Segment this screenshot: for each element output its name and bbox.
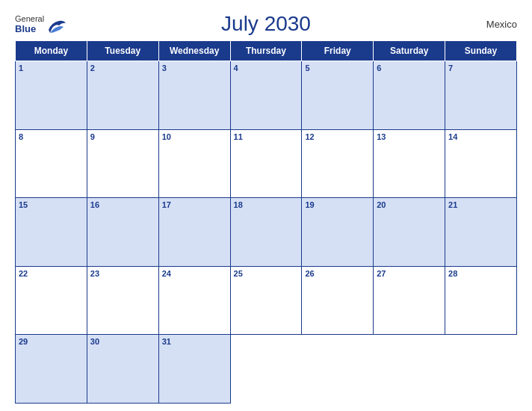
calendar-week-5: 293031 (16, 335, 517, 404)
day-number: 4 (234, 64, 299, 72)
calendar-day: 13 (374, 129, 445, 198)
day-number: 23 (90, 269, 155, 278)
day-number: 1 (19, 64, 84, 72)
calendar-day: 1 (16, 61, 87, 130)
day-number: 26 (305, 269, 370, 278)
calendar-day: 20 (374, 198, 445, 267)
weekday-header-tuesday: Tuesday (87, 41, 158, 61)
weekday-header-wednesday: Wednesday (158, 41, 230, 61)
day-number: 14 (448, 132, 513, 141)
calendar-day: 31 (158, 335, 230, 404)
calendar-day (374, 335, 445, 404)
weekday-header-sunday: Sunday (445, 41, 517, 61)
day-number: 10 (162, 132, 227, 141)
calendar-day: 27 (374, 266, 445, 335)
day-number: 28 (448, 269, 513, 278)
day-number: 21 (448, 200, 513, 209)
calendar-day: 2 (87, 61, 158, 130)
calendar-day (230, 335, 302, 404)
day-number: 27 (377, 269, 442, 278)
calendar-day: 25 (230, 266, 302, 335)
calendar-day: 12 (302, 129, 374, 198)
calendar-day: 30 (87, 335, 158, 404)
calendar-day: 11 (230, 129, 302, 198)
weekday-header-monday: Monday (16, 41, 87, 61)
day-number: 9 (90, 132, 155, 141)
calendar-day: 10 (158, 129, 230, 198)
logo-blue: Blue (15, 23, 44, 34)
country-label: Mexico (486, 19, 517, 30)
calendar-day: 6 (374, 61, 445, 130)
day-number: 18 (234, 200, 299, 209)
calendar-week-4: 22232425262728 (16, 266, 517, 335)
calendar-day: 19 (302, 198, 374, 267)
day-number: 30 (90, 337, 155, 346)
day-number: 15 (19, 200, 84, 209)
calendar-day: 15 (16, 198, 87, 267)
calendar-header: General Blue July 2030 Mexico (15, 12, 517, 36)
weekday-header-row: MondayTuesdayWednesdayThursdayFridaySatu… (16, 41, 517, 61)
day-number: 7 (448, 64, 513, 72)
day-number: 16 (90, 200, 155, 209)
calendar-day: 22 (16, 266, 87, 335)
calendar-day: 24 (158, 266, 230, 335)
day-number: 20 (377, 200, 442, 209)
calendar-day (302, 335, 374, 404)
calendar-week-1: 1234567 (16, 61, 517, 130)
calendar-week-2: 891011121314 (16, 129, 517, 198)
weekday-header-saturday: Saturday (374, 41, 445, 61)
calendar-day: 28 (445, 266, 517, 335)
day-number: 11 (234, 132, 299, 141)
calendar-day: 4 (230, 61, 302, 130)
day-number: 13 (377, 132, 442, 141)
calendar-day: 5 (302, 61, 374, 130)
day-number: 17 (162, 200, 227, 209)
month-title: July 2030 (221, 12, 311, 36)
calendar-table: MondayTuesdayWednesdayThursdayFridaySatu… (15, 40, 517, 404)
day-number: 2 (90, 64, 155, 72)
calendar-day: 29 (16, 335, 87, 404)
logo-general: General (15, 14, 44, 23)
calendar-day: 9 (87, 129, 158, 198)
calendar-day: 16 (87, 198, 158, 267)
day-number: 6 (377, 64, 442, 72)
day-number: 3 (162, 64, 227, 72)
calendar-day (445, 335, 517, 404)
calendar-day: 21 (445, 198, 517, 267)
day-number: 5 (305, 64, 370, 72)
calendar-day: 18 (230, 198, 302, 267)
day-number: 12 (305, 132, 370, 141)
day-number: 24 (162, 269, 227, 278)
day-number: 31 (162, 337, 227, 346)
day-number: 29 (19, 337, 84, 346)
calendar-day: 3 (158, 61, 230, 130)
calendar-day: 14 (445, 129, 517, 198)
logo-bird-icon (46, 19, 66, 34)
day-number: 19 (305, 200, 370, 209)
day-number: 25 (234, 269, 299, 278)
day-number: 22 (19, 269, 84, 278)
weekday-header-thursday: Thursday (230, 41, 302, 61)
weekday-header-friday: Friday (302, 41, 374, 61)
calendar-week-3: 15161718192021 (16, 198, 517, 267)
calendar-day: 7 (445, 61, 517, 130)
logo: General Blue (15, 14, 66, 34)
calendar-day: 8 (16, 129, 87, 198)
calendar-day: 26 (302, 266, 374, 335)
calendar-day: 23 (87, 266, 158, 335)
day-number: 8 (19, 132, 84, 141)
calendar-day: 17 (158, 198, 230, 267)
